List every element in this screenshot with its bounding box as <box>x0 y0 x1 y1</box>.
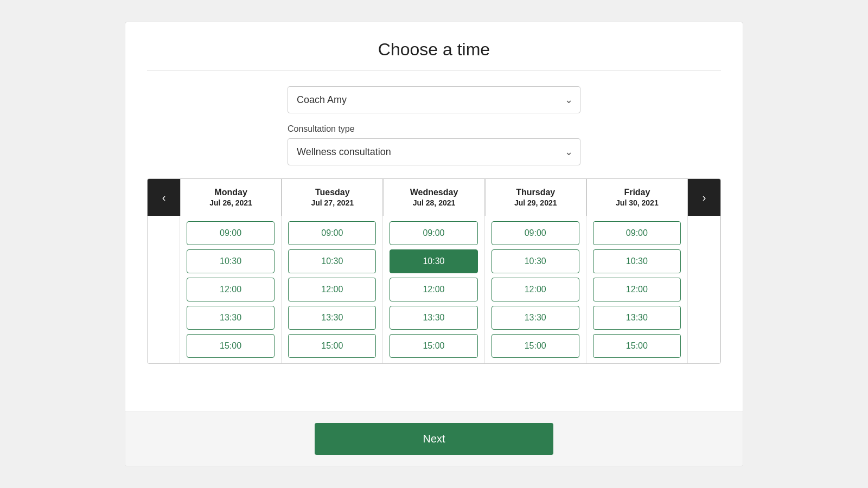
time-slot-friday-1330[interactable]: 13:30 <box>593 306 681 330</box>
consultation-select-wrapper: Wellness consultation Nutrition consulta… <box>288 138 580 165</box>
main-card: Choose a time Coach Amy Coach Bob Coach … <box>125 22 743 466</box>
day-name-tuesday: Tuesday <box>315 188 350 197</box>
time-slot-friday-1500[interactable]: 15:00 <box>593 334 681 358</box>
divider <box>147 70 721 71</box>
page-container: Choose a time Coach Amy Coach Bob Coach … <box>0 0 868 488</box>
time-slot-monday-1200[interactable]: 12:00 <box>187 278 275 301</box>
day-column-friday: 09:00 10:30 12:00 13:30 15:00 <box>586 216 688 363</box>
time-slot-thursday-1030[interactable]: 10:30 <box>492 249 579 273</box>
time-slot-wednesday-1200[interactable]: 12:00 <box>390 278 477 301</box>
day-name-wednesday: Wednesday <box>410 188 458 197</box>
day-column-tuesday: 09:00 10:30 12:00 13:30 15:00 <box>282 216 383 363</box>
time-slot-monday-1330[interactable]: 13:30 <box>187 306 275 330</box>
calendar: ‹ Monday Jul 26, 2021 Tuesday Jul 27, 20… <box>147 178 721 364</box>
calendar-header: ‹ Monday Jul 26, 2021 Tuesday Jul 27, 20… <box>148 179 720 216</box>
day-name-friday: Friday <box>624 188 650 197</box>
time-slot-wednesday-1030[interactable]: 10:30 <box>390 249 477 273</box>
time-slot-wednesday-0900[interactable]: 09:00 <box>390 221 477 245</box>
consultation-type-label: Consultation type <box>288 124 580 134</box>
day-column-monday: 09:00 10:30 12:00 13:30 15:00 <box>180 216 282 363</box>
card-body: Choose a time Coach Amy Coach Bob Coach … <box>125 22 743 412</box>
time-slot-tuesday-0900[interactable]: 09:00 <box>288 221 376 245</box>
time-slot-thursday-0900[interactable]: 09:00 <box>492 221 579 245</box>
prev-week-button[interactable]: ‹ <box>148 179 180 216</box>
time-slot-tuesday-1030[interactable]: 10:30 <box>288 249 376 273</box>
day-header-wednesday: Wednesday Jul 28, 2021 <box>383 179 484 216</box>
time-slot-thursday-1500[interactable]: 15:00 <box>492 334 579 358</box>
time-slot-tuesday-1500[interactable]: 15:00 <box>288 334 376 358</box>
day-header-tuesday: Tuesday Jul 27, 2021 <box>282 179 383 216</box>
empty-left-col <box>148 216 180 363</box>
day-date-tuesday: Jul 27, 2021 <box>311 198 354 207</box>
page-title: Choose a time <box>147 40 721 60</box>
day-name-thursday: Thursday <box>516 188 555 197</box>
time-slot-wednesday-1500[interactable]: 15:00 <box>390 334 477 358</box>
day-header-friday: Friday Jul 30, 2021 <box>586 179 688 216</box>
time-slot-monday-1500[interactable]: 15:00 <box>187 334 275 358</box>
day-date-friday: Jul 30, 2021 <box>616 198 659 207</box>
time-slot-tuesday-1330[interactable]: 13:30 <box>288 306 376 330</box>
time-slot-tuesday-1200[interactable]: 12:00 <box>288 278 376 301</box>
consultation-select[interactable]: Wellness consultation Nutrition consulta… <box>288 138 580 165</box>
day-header-thursday: Thursday Jul 29, 2021 <box>485 179 586 216</box>
empty-right-col <box>688 216 720 363</box>
time-slot-monday-1030[interactable]: 10:30 <box>187 249 275 273</box>
time-slot-monday-0900[interactable]: 09:00 <box>187 221 275 245</box>
time-slot-friday-1030[interactable]: 10:30 <box>593 249 681 273</box>
time-slot-thursday-1330[interactable]: 13:30 <box>492 306 579 330</box>
card-footer: Next <box>125 412 743 466</box>
calendar-body: 09:00 10:30 12:00 13:30 15:00 09:00 10:3… <box>148 216 720 363</box>
day-column-wednesday: 09:00 10:30 12:00 13:30 15:00 <box>383 216 484 363</box>
day-date-wednesday: Jul 28, 2021 <box>413 198 456 207</box>
coach-select[interactable]: Coach Amy Coach Bob Coach Sarah <box>288 86 580 113</box>
next-week-button[interactable]: › <box>688 179 720 216</box>
time-slot-friday-1200[interactable]: 12:00 <box>593 278 681 301</box>
day-name-monday: Monday <box>214 188 247 197</box>
time-slot-friday-0900[interactable]: 09:00 <box>593 221 681 245</box>
time-slot-thursday-1200[interactable]: 12:00 <box>492 278 579 301</box>
day-date-monday: Jul 26, 2021 <box>209 198 252 207</box>
next-button[interactable]: Next <box>315 423 553 455</box>
day-header-monday: Monday Jul 26, 2021 <box>180 179 282 216</box>
coach-select-wrapper: Coach Amy Coach Bob Coach Sarah ⌄ <box>288 86 580 113</box>
time-slot-wednesday-1330[interactable]: 13:30 <box>390 306 477 330</box>
day-date-thursday: Jul 29, 2021 <box>514 198 557 207</box>
day-column-thursday: 09:00 10:30 12:00 13:30 15:00 <box>485 216 586 363</box>
